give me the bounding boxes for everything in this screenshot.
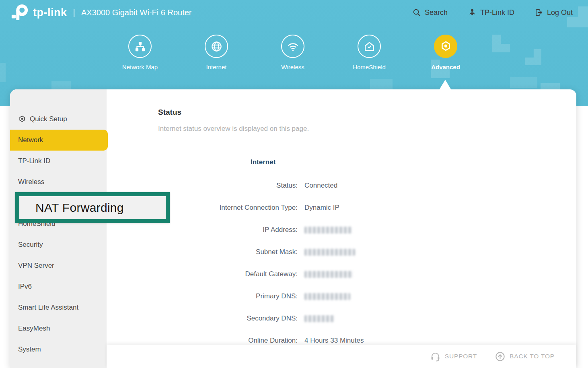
- redacted-value: [304, 293, 350, 300]
- sidebar-item-tp-link-id[interactable]: TP-Link ID: [10, 151, 107, 172]
- sidebar-item-easymesh[interactable]: EasyMesh: [10, 318, 107, 339]
- topbar: tp-link | AX3000 Gigabit Wi-Fi 6 Router …: [0, 0, 588, 25]
- tab-network-map[interactable]: Network Map: [102, 35, 178, 70]
- sidebar-item-ipv6[interactable]: IPv6: [10, 276, 107, 297]
- status-field-row: Default Gateway:: [158, 263, 576, 285]
- sidebar-item-label: Smart Life Assistant: [18, 304, 78, 312]
- tab-internet[interactable]: Internet: [178, 35, 255, 70]
- field-label: Primary DNS:: [158, 292, 298, 300]
- headset-icon: [430, 351, 441, 362]
- user-icon: [468, 8, 477, 17]
- tab-homeshield[interactable]: HomeShield: [331, 35, 407, 70]
- internet-section-title: Internet: [251, 158, 275, 166]
- sidebar-item-label: VPN Server: [18, 262, 54, 270]
- gear-icon: [18, 115, 26, 123]
- sidebar-item-network[interactable]: Network: [10, 130, 108, 151]
- field-label: Online Duration:: [158, 337, 298, 345]
- tab-label: Wireless: [281, 64, 304, 70]
- deco-block: [492, 35, 510, 52]
- tab-circle: [358, 35, 381, 58]
- status-field-row: Status: Connected: [158, 174, 576, 196]
- content-card: Quick Setup Network TP-Link ID Wireless …: [10, 89, 576, 368]
- gear-icon: [440, 40, 452, 53]
- field-label: Secondary DNS:: [158, 314, 298, 323]
- tp-link-logo-icon: [10, 4, 29, 21]
- internet-fields: Status: Connected Internet Connection Ty…: [158, 174, 576, 351]
- support-label: SUPPORT: [445, 353, 477, 360]
- field-label: Internet Connection Type:: [158, 204, 298, 212]
- field-value: [304, 248, 355, 256]
- active-tab-pointer: [439, 80, 451, 90]
- sidebar-item-vpn-server[interactable]: VPN Server: [10, 255, 107, 276]
- up-arrow-circle-icon: [495, 351, 506, 362]
- sidebar-item-label: Network: [18, 136, 43, 144]
- field-value: Connected: [304, 182, 337, 190]
- field-label: Subnet Mask:: [158, 248, 298, 256]
- field-value: [304, 292, 350, 300]
- network-map-icon: [134, 40, 146, 53]
- tab-label: Internet: [206, 64, 227, 70]
- main-content: Status Internet status overview is displ…: [107, 89, 576, 368]
- redacted-value: [304, 249, 355, 256]
- tab-label: Network Map: [122, 64, 158, 70]
- tab-wireless[interactable]: Wireless: [255, 35, 331, 70]
- field-label: Status:: [158, 182, 298, 190]
- sidebar-item-label: EasyMesh: [18, 325, 50, 333]
- tp-link-id-button[interactable]: TP-Link ID: [468, 8, 514, 17]
- redacted-value: [304, 271, 353, 278]
- sidebar-item-label: Wireless: [18, 178, 44, 186]
- page-title: Status: [158, 108, 576, 117]
- field-value: 4 Hours 33 Minutes: [304, 337, 364, 345]
- sidebar-item-label: Security: [18, 241, 43, 249]
- status-field-row: Secondary DNS:: [158, 307, 576, 329]
- tp-link-id-label: TP-Link ID: [480, 8, 514, 17]
- wifi-icon: [287, 40, 299, 53]
- search-label: Search: [425, 8, 448, 17]
- footer-bar: SUPPORT BACK TO TOP: [107, 345, 576, 368]
- sidebar-item-label: Quick Setup: [30, 115, 67, 123]
- home-shield-icon: [363, 40, 376, 53]
- field-label: IP Address:: [158, 226, 298, 234]
- deco-block: [0, 63, 6, 82]
- field-value: Dynamic IP: [304, 204, 339, 212]
- sidebar-item-label: IPv6: [18, 283, 32, 291]
- tab-label: Advanced: [431, 64, 460, 70]
- tab-label: HomeShield: [353, 64, 386, 70]
- status-field-row: Primary DNS:: [158, 285, 576, 307]
- field-value: [304, 226, 352, 234]
- main-nav-tabs: Network Map Internet Wireless HomeShield…: [102, 35, 484, 70]
- brand-separator: |: [73, 8, 75, 17]
- sidebar-item-label: TP-Link ID: [18, 157, 50, 165]
- support-button[interactable]: SUPPORT: [430, 351, 477, 362]
- redacted-value: [304, 315, 334, 322]
- field-value: [304, 270, 353, 278]
- log-out-label: Log Out: [547, 8, 573, 17]
- sidebar-item-wireless[interactable]: Wireless: [10, 172, 107, 192]
- logout-icon: [535, 8, 543, 17]
- tab-circle: [434, 35, 457, 58]
- sidebar-item-quick-setup[interactable]: Quick Setup: [10, 109, 107, 130]
- search-button[interactable]: Search: [412, 8, 448, 17]
- router-model-title: AX3000 Gigabit Wi-Fi 6 Router: [81, 8, 192, 17]
- field-label: Default Gateway:: [158, 270, 298, 278]
- page-subtitle: Internet status overview is displayed on…: [158, 125, 576, 133]
- tab-circle: [281, 35, 304, 58]
- sidebar: Quick Setup Network TP-Link ID Wireless …: [10, 89, 107, 368]
- field-value: [304, 314, 334, 323]
- sidebar-item-system[interactable]: System: [10, 339, 107, 360]
- log-out-button[interactable]: Log Out: [535, 8, 573, 17]
- globe-icon: [210, 40, 223, 53]
- tab-advanced[interactable]: Advanced: [407, 35, 484, 70]
- tab-circle: [128, 35, 152, 58]
- nat-forwarding-callout-label: NAT Forwarding: [35, 201, 124, 215]
- status-field-row: IP Address:: [158, 219, 576, 241]
- topbar-actions: Search TP-Link ID Log Out: [412, 8, 578, 17]
- sidebar-item-smart-life-assistant[interactable]: Smart Life Assistant: [10, 297, 107, 318]
- sidebar-item-security[interactable]: Security: [10, 234, 107, 255]
- deco-block: [525, 49, 541, 65]
- brand-name: tp-link: [33, 6, 67, 19]
- deco-block: [370, 79, 393, 89]
- nat-forwarding-callout[interactable]: NAT Forwarding: [15, 192, 170, 223]
- status-field-row: Subnet Mask:: [158, 241, 576, 263]
- back-to-top-button[interactable]: BACK TO TOP: [495, 351, 555, 362]
